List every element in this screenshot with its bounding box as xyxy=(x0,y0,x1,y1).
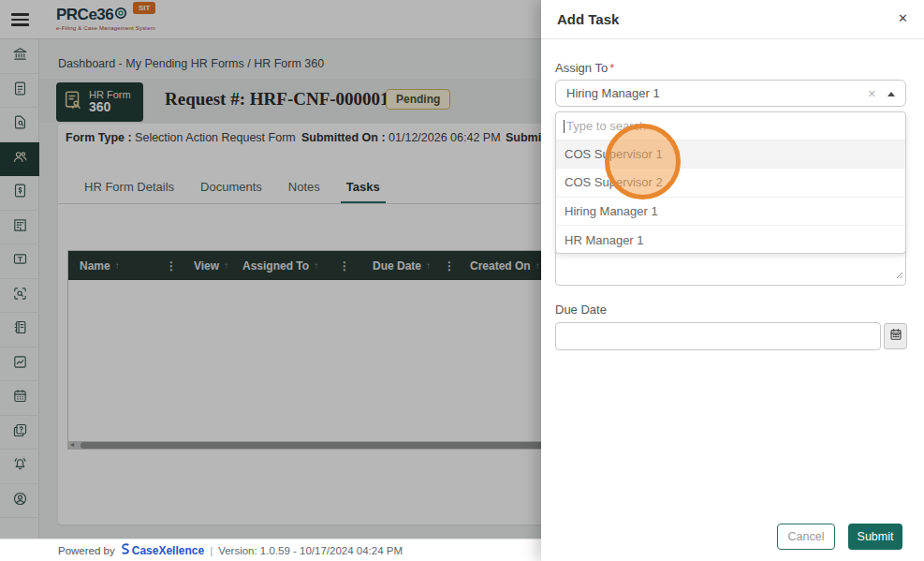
version-text: Version: 1.0.59 - 10/17/2024 04:24 PM xyxy=(218,545,403,556)
resize-grip-icon[interactable] xyxy=(896,266,903,283)
assign-to-label: Assign To* xyxy=(555,61,614,75)
casexellence-brand-text: CaseXellence xyxy=(132,544,204,557)
dropdown-option-cos-supervisor-1[interactable]: COS Supervisor 1 xyxy=(556,140,905,169)
required-asterisk: * xyxy=(609,61,614,75)
submit-button[interactable]: Submit xyxy=(848,524,902,550)
modal-title: Add Task xyxy=(557,11,619,27)
chevron-up-icon[interactable] xyxy=(887,92,895,96)
calendar-picker-button[interactable] xyxy=(884,323,907,349)
dropdown-option-hr-manager-1[interactable]: HR Manager 1 xyxy=(556,226,905,254)
dropdown-search-input[interactable]: Type to search xyxy=(556,112,905,140)
text-cursor xyxy=(564,120,565,133)
due-date-input[interactable] xyxy=(555,322,881,350)
modal-backdrop xyxy=(0,0,541,539)
cancel-button[interactable]: Cancel xyxy=(777,524,835,550)
casexellence-brand-link[interactable]: CaseXellence xyxy=(121,543,204,557)
modal-header: Add Task ✕ xyxy=(541,0,924,39)
close-icon[interactable]: ✕ xyxy=(898,11,908,25)
dropdown-option-cos-supervisor-2[interactable]: COS Supervisor 2 xyxy=(556,169,905,197)
assign-to-selected-value: Hiring Manager 1 xyxy=(566,86,660,100)
dropdown-option-hiring-manager-1[interactable]: Hiring Manager 1 xyxy=(556,198,905,226)
powered-by-label: Powered by xyxy=(58,545,115,556)
calendar-icon xyxy=(889,328,902,345)
search-placeholder: Type to search xyxy=(566,119,646,133)
add-task-modal: Add Task ✕ Assign To* Hiring Manager 1 ✕… xyxy=(541,0,924,561)
footer-separator: | xyxy=(210,545,213,556)
assign-to-dropdown: Type to search COS Supervisor 1 COS Supe… xyxy=(555,111,906,254)
assign-to-select[interactable]: Hiring Manager 1 ✕ xyxy=(555,80,906,107)
due-date-label: Due Date xyxy=(555,303,607,317)
casexellence-logo-icon xyxy=(121,543,130,557)
clear-selection-icon[interactable]: ✕ xyxy=(868,88,876,100)
screen: PRCe36 e-Filing & Case Management System… xyxy=(0,0,924,561)
